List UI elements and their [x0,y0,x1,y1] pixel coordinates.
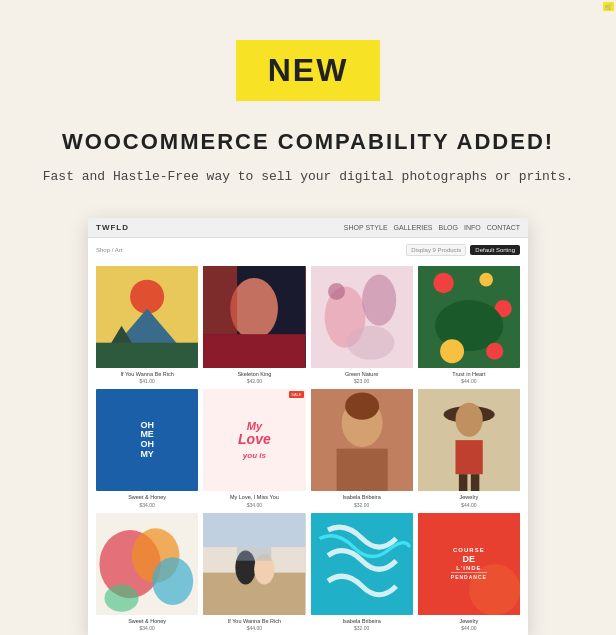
product-grid-row2: OHMEOHMY Sweet & Honey $34.00 SALE MyLov… [96,389,520,507]
product-image-floral[interactable] [418,266,520,368]
svg-point-16 [479,273,493,287]
svg-point-6 [231,278,279,339]
list-item: Sweet & Honey $34.00 [96,513,198,631]
product-image-portrait2[interactable] [311,389,413,491]
browser-nav: SHOP STYLE GALLERIES BLOG INFO CONTACT [344,224,520,231]
svg-point-34 [152,557,193,605]
list-item: COURSE DE L'INDE PENDANCE Jewelry $44.00 [418,513,520,631]
product-title: If You Wanna Be Rich [203,618,305,625]
browser-mockup: TWFLD SHOP STYLE GALLERIES BLOG INFO CON… [88,218,528,635]
sale-badge: SALE [289,391,303,398]
product-title: Isabela Bribeira [311,618,413,625]
product-title: Trust in Heart [418,371,520,378]
product-title: Jewelry [418,618,520,625]
svg-rect-41 [203,513,305,547]
svg-point-13 [328,283,345,300]
product-title: Skeleton King [203,371,305,378]
nav-item-galleries[interactable]: GALLERIES [394,224,433,231]
product-price: $34.00 [203,502,305,508]
svg-rect-30 [471,474,480,491]
product-image-squiggles[interactable] [311,513,413,615]
product-price: $32.00 [311,502,413,508]
list-item: If You Wanna Be Rich $44.00 [203,513,305,631]
nav-item-blog[interactable]: BLOG [439,224,458,231]
nav-item-info[interactable]: INFO [464,224,481,231]
display-sort[interactable]: Display 9 Products [406,244,466,256]
list-item: Isabela Bribeira $32.00 [311,513,413,631]
svg-point-12 [346,325,394,359]
list-item: Skeleton King $42.00 [203,266,305,384]
svg-rect-23 [336,449,387,492]
product-price: $44.00 [418,625,520,631]
product-title: Isabela Bribeira [311,494,413,501]
love-text: MyLoveyou is [234,416,275,464]
svg-point-19 [440,339,464,363]
product-image-cowboy[interactable] [418,389,520,491]
grid-btn[interactable]: Default Sorting [470,245,520,255]
nav-item-contact[interactable]: CONTACT [487,224,520,231]
product-title: Jewelry [418,494,520,501]
svg-rect-37 [203,572,305,615]
product-image-nature[interactable] [311,266,413,368]
product-image-portrait[interactable] [203,266,305,368]
subheadline: Fast and Hastle-Free way to sell your di… [20,167,596,188]
ohme-text: OHMEOHMY [140,421,154,461]
new-badge: NEW [236,40,381,101]
product-image-ohme[interactable]: OHMEOHMY [96,389,198,491]
svg-point-27 [455,403,482,437]
list-item: Trust in Heart $44.00 [418,266,520,384]
product-grid-row3: Sweet & Honey $34.00 [96,513,520,631]
course-text: COURSE DE L'INDE PENDANCE [447,513,491,615]
list-item: Isabela Bribeira $32.00 [311,389,413,507]
shop-toolbar: Shop / Art Display 9 Products Default So… [96,244,520,256]
product-price: $32.00 [311,625,413,631]
product-title: Sweet & Honey [96,494,198,501]
product-image-love[interactable]: SALE MyLoveyou is [203,389,305,491]
svg-rect-40 [237,547,271,561]
list-item: Jewelry $44.00 [418,389,520,507]
svg-point-24 [345,393,379,420]
product-price: $34.00 [96,502,198,508]
product-price: $41.00 [96,378,198,384]
product-title: My Love, I Miss You [203,494,305,501]
svg-rect-7 [203,334,305,368]
list-item: If You Wanna Be Rich $41.00 [96,266,198,384]
product-price: $44.00 [418,378,520,384]
svg-point-20 [486,342,503,359]
product-image-couple[interactable] [203,513,305,615]
svg-rect-8 [203,266,237,334]
svg-rect-29 [459,474,468,491]
product-title: If You Wanna Be Rich [96,371,198,378]
product-image-colorful[interactable] [96,513,198,615]
product-image-mountains[interactable] [96,266,198,368]
svg-point-11 [362,274,396,325]
toolbar-right: Display 9 Products Default Sorting [406,244,520,256]
product-price: $44.00 [203,625,305,631]
list-item: Green Nature $23.00 [311,266,413,384]
hero-section: NEW WOOCOMMERCE COMPABILITY ADDED! Fast … [0,0,616,635]
browser-content: Shop / Art Display 9 Products Default So… [88,238,528,635]
product-image-course[interactable]: COURSE DE L'INDE PENDANCE [418,513,520,615]
svg-rect-4 [96,342,198,368]
nav-item-shop[interactable]: SHOP STYLE [344,224,388,231]
svg-point-35 [105,584,139,611]
browser-logo: TWFLD [96,223,129,232]
svg-point-15 [433,273,453,293]
product-price: $44.00 [418,502,520,508]
product-grid-row1: If You Wanna Be Rich $41.00 Skeleton Kin… [96,266,520,384]
product-price: $42.00 [203,378,305,384]
product-title: Green Nature [311,371,413,378]
product-price: $34.00 [96,625,198,631]
list-item: OHMEOHMY Sweet & Honey $34.00 [96,389,198,507]
new-badge-text: NEW [268,52,349,88]
product-title: Sweet & Honey [96,618,198,625]
product-price: $23.00 [311,378,413,384]
list-item: SALE MyLoveyou is My Love, I Miss You $3… [203,389,305,507]
browser-bar: TWFLD SHOP STYLE GALLERIES BLOG INFO CON… [88,218,528,238]
breadcrumb: Shop / Art [96,247,122,253]
headline: WOOCOMMERCE COMPABILITY ADDED! [20,129,596,155]
svg-rect-28 [455,440,482,474]
